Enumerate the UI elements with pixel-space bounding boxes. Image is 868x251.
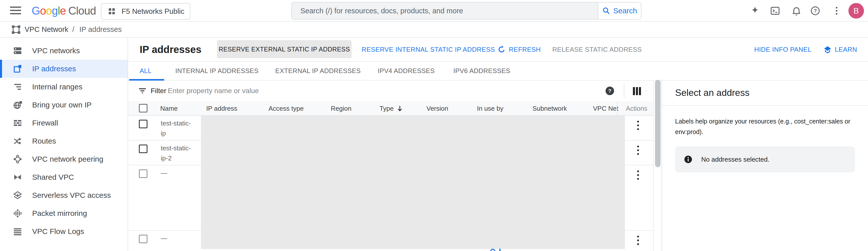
row-checkbox[interactable] bbox=[139, 145, 148, 153]
help-icon[interactable]: ? bbox=[810, 5, 820, 16]
account-avatar[interactable]: B bbox=[848, 3, 864, 19]
column-header-name[interactable]: Name bbox=[160, 101, 178, 116]
learn-label: LEARN bbox=[835, 46, 857, 54]
vpc-network-icon bbox=[11, 25, 21, 35]
breadcrumb-section[interactable]: VPC Network bbox=[25, 22, 68, 37]
sidebar-item-routes[interactable]: Routes bbox=[0, 132, 128, 150]
select-all-checkbox[interactable] bbox=[139, 104, 148, 113]
row-actions-menu-icon[interactable] bbox=[634, 235, 642, 246]
sidebar-item-internal-ranges[interactable]: Internal ranges bbox=[0, 78, 128, 96]
sort-descending-icon[interactable] bbox=[396, 105, 403, 112]
project-icon bbox=[107, 7, 116, 15]
row-name: test-static-ip-2 bbox=[161, 143, 196, 163]
sidebar-item-ip-addresses[interactable]: IP addresses bbox=[0, 60, 128, 78]
tab-all[interactable]: ALL bbox=[140, 62, 151, 80]
sidebar-item-label: Internal ranges bbox=[32, 83, 82, 91]
ip-addresses-icon bbox=[12, 64, 23, 74]
breadcrumb-divider: / bbox=[72, 22, 74, 37]
tab-ipv4-addresses[interactable]: IPV4 ADDRESSES bbox=[378, 62, 435, 80]
column-header-vpc-network[interactable]: VPC Net bbox=[593, 101, 618, 116]
sidebar-item-vpc-network-peering[interactable]: VPC network peering bbox=[0, 150, 128, 168]
serverless-vpc-access-icon bbox=[12, 190, 23, 200]
tab-ipv6-addresses[interactable]: IPV6 ADDRESSES bbox=[453, 62, 510, 80]
column-header-ip-address[interactable]: IP address bbox=[206, 101, 237, 116]
table-right-border bbox=[653, 81, 653, 251]
column-header-version[interactable]: Version bbox=[427, 101, 448, 116]
tab-external-ip-addresses[interactable]: EXTERNAL IP ADDRESSES bbox=[275, 62, 361, 80]
info-panel-border bbox=[661, 81, 662, 251]
gemini-sparkle-icon[interactable] bbox=[750, 5, 760, 16]
notifications-bell-icon[interactable] bbox=[791, 5, 802, 16]
column-header-in-use-by[interactable]: In use by bbox=[477, 101, 503, 116]
reserve-external-static-ip-button[interactable]: RESERVE EXTERNAL STATIC IP ADDRESS bbox=[217, 40, 352, 58]
firewall-icon bbox=[12, 118, 23, 128]
column-header-subnetwork[interactable]: Subnetwork bbox=[532, 101, 567, 116]
sidebar-item-shared-vpc[interactable]: Shared VPC bbox=[0, 168, 128, 186]
row-actions-menu-icon[interactable] bbox=[634, 145, 642, 156]
row-actions-menu-icon[interactable] bbox=[634, 120, 642, 131]
tabs-divider bbox=[128, 80, 868, 81]
row-checkbox-disabled bbox=[139, 235, 148, 243]
global-search-bar: Search bbox=[291, 2, 642, 20]
sidebar-item-label: IP addresses bbox=[32, 64, 76, 73]
hide-info-panel-button[interactable]: HIDE INFO PANEL bbox=[754, 38, 811, 61]
sidebar-item-label: VPC networks bbox=[32, 46, 80, 55]
shared-vpc-icon bbox=[12, 172, 23, 182]
table-header-row: Name IP address Access type Region Type … bbox=[128, 101, 653, 116]
reserve-internal-static-ip-button[interactable]: RESERVE INTERNAL STATIC IP ADDRESS bbox=[362, 38, 495, 61]
clipped-blue-link-fragment bbox=[490, 249, 507, 251]
project-name: F5 Networks Public bbox=[122, 7, 184, 15]
column-header-access-type[interactable]: Access type bbox=[269, 101, 304, 116]
info-panel-description: Labels help organize your resources (e.g… bbox=[675, 116, 868, 137]
search-input[interactable] bbox=[292, 2, 598, 19]
svg-text:?: ? bbox=[814, 8, 817, 13]
no-selection-message: No addresses selected. bbox=[701, 146, 770, 172]
page-title: IP addresses bbox=[140, 38, 202, 61]
sidebar-item-firewall[interactable]: Firewall bbox=[0, 114, 128, 132]
refresh-button[interactable]: REFRESH bbox=[497, 38, 541, 61]
row-checkbox[interactable] bbox=[139, 120, 148, 128]
project-selector-button[interactable]: F5 Networks Public bbox=[101, 3, 190, 20]
column-header-type[interactable]: Type bbox=[379, 101, 394, 116]
internal-ranges-icon bbox=[12, 82, 23, 92]
sidebar-item-label: VPC Flow Logs bbox=[32, 227, 84, 236]
row-checkbox-disabled bbox=[139, 169, 148, 178]
filter-row-divider bbox=[624, 84, 624, 98]
logo-letter: e bbox=[60, 4, 66, 17]
actions-column-divider bbox=[617, 101, 617, 116]
menu-icon[interactable] bbox=[10, 6, 21, 15]
globe-icon bbox=[12, 100, 23, 110]
vpc-networks-icon bbox=[12, 46, 23, 56]
top-app-bar: GoogleCloud F5 Networks Public Search ? … bbox=[0, 0, 868, 22]
avatar-letter: B bbox=[854, 6, 859, 15]
table-vertical-scrollbar[interactable] bbox=[655, 80, 660, 167]
more-options-icon[interactable] bbox=[831, 5, 842, 16]
sidebar-item-vpc-networks[interactable]: VPC networks bbox=[0, 42, 128, 60]
sidebar-item-serverless-vpc-access[interactable]: Serverless VPC access bbox=[0, 186, 128, 204]
sidebar-item-packet-mirroring[interactable]: Packet mirroring bbox=[0, 204, 128, 222]
info-icon bbox=[684, 155, 693, 164]
search-icon bbox=[602, 6, 611, 15]
search-button-label: Search bbox=[613, 6, 637, 15]
breadcrumb: VPC Network / IP addresses bbox=[0, 22, 868, 38]
filter-help-icon[interactable]: ? bbox=[606, 87, 614, 95]
redacted-table-data-region bbox=[201, 116, 625, 249]
column-header-region[interactable]: Region bbox=[331, 101, 351, 116]
tab-internal-ip-addresses[interactable]: INTERNAL IP ADDRESSES bbox=[175, 62, 258, 80]
column-display-options-icon[interactable] bbox=[633, 87, 642, 95]
sidebar-item-label: Packet mirroring bbox=[32, 209, 87, 218]
google-cloud-logo[interactable]: GoogleCloud bbox=[32, 0, 96, 22]
filter-input[interactable] bbox=[168, 83, 580, 99]
learn-button[interactable]: LEARN bbox=[823, 38, 857, 61]
row-actions-menu-icon[interactable] bbox=[634, 169, 642, 181]
sidebar-item-label: Bring your own IP bbox=[32, 101, 92, 109]
search-button[interactable]: Search bbox=[598, 2, 641, 19]
vpc-network-sidebar: VPC networks IP addresses Internal range… bbox=[0, 38, 128, 251]
logo-letter: g bbox=[52, 4, 58, 17]
logo-letter: G bbox=[32, 4, 40, 17]
row-name: — bbox=[161, 233, 196, 243]
cloud-shell-icon[interactable] bbox=[770, 5, 780, 16]
sidebar-item-vpc-flow-logs[interactable]: VPC Flow Logs bbox=[0, 222, 128, 241]
refresh-label: REFRESH bbox=[509, 46, 541, 54]
sidebar-item-bring-your-own-ip[interactable]: Bring your own IP bbox=[0, 96, 128, 114]
